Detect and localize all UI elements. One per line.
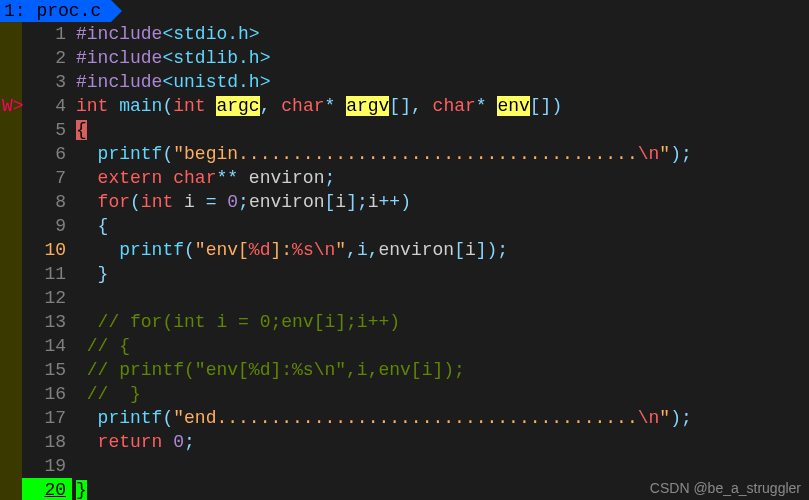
lineno: 15: [22, 358, 72, 382]
lineno-current: 20: [22, 478, 72, 500]
lineno: 9: [22, 214, 72, 238]
sign-col: [0, 46, 22, 70]
code-line: int main(int argc, char* argv[], char* e…: [72, 94, 562, 118]
sign-col: [0, 334, 22, 358]
sign-col: [0, 358, 22, 382]
code-line: printf("env[%d]:%s\n",i,environ[i]);: [72, 238, 508, 262]
lineno: 2: [22, 46, 72, 70]
lineno: 7: [22, 166, 72, 190]
code-line: return 0;: [72, 430, 195, 454]
sign-col: [0, 70, 22, 94]
lineno: 10: [22, 238, 72, 262]
sign-col: [0, 190, 22, 214]
sign-col: [0, 286, 22, 310]
lineno: 4: [22, 94, 72, 118]
code-line: #include<stdio.h>: [72, 22, 260, 46]
code-line: {: [72, 214, 108, 238]
sign-col: [0, 142, 22, 166]
sign-col: [0, 214, 22, 238]
lineno: 8: [22, 190, 72, 214]
code-line: [72, 286, 76, 310]
sign-col: [0, 310, 22, 334]
code-line: }: [72, 262, 108, 286]
sign-col: [0, 238, 22, 262]
lineno: 19: [22, 454, 72, 478]
lineno: 3: [22, 70, 72, 94]
lineno: 6: [22, 142, 72, 166]
lineno: 11: [22, 262, 72, 286]
lineno: 18: [22, 430, 72, 454]
lineno: 16: [22, 382, 72, 406]
sign-col: [0, 262, 22, 286]
sign-col: [0, 382, 22, 406]
tab-label: 1: proc.c: [4, 1, 101, 21]
code-line: printf("begin...........................…: [72, 142, 692, 166]
code-line: // for(int i = 0;env[i];i++): [72, 310, 400, 334]
sign-col: [0, 406, 22, 430]
sign-col: [0, 166, 22, 190]
sign-col: [0, 430, 22, 454]
code-line: // printf("env[%d]:%s\n",i,env[i]);: [72, 358, 465, 382]
code-editor[interactable]: 1#include<stdio.h> 2#include<stdlib.h> 3…: [0, 22, 809, 500]
code-line: for(int i = 0;environ[i];i++): [72, 190, 411, 214]
lineno: 13: [22, 310, 72, 334]
watermark: CSDN @be_a_struggler: [650, 480, 801, 496]
lineno: 12: [22, 286, 72, 310]
sign-col: [0, 478, 22, 500]
lineno: 17: [22, 406, 72, 430]
code-line: }: [72, 478, 87, 500]
code-line: #include<unistd.h>: [72, 70, 270, 94]
code-line: // {: [72, 334, 130, 358]
sign-col: [0, 454, 22, 478]
code-line: [72, 454, 76, 478]
lineno: 5: [22, 118, 72, 142]
lineno: 1: [22, 22, 72, 46]
code-line: extern char** environ;: [72, 166, 335, 190]
warn-sign: W>: [0, 94, 22, 118]
code-line: printf("end.............................…: [72, 406, 692, 430]
code-line: // }: [72, 382, 141, 406]
buffer-tab[interactable]: 1: proc.c: [0, 0, 111, 22]
sign-col: [0, 22, 22, 46]
code-line: #include<stdlib.h>: [72, 46, 270, 70]
lineno: 14: [22, 334, 72, 358]
code-line: {: [72, 118, 87, 142]
sign-col: [0, 118, 22, 142]
